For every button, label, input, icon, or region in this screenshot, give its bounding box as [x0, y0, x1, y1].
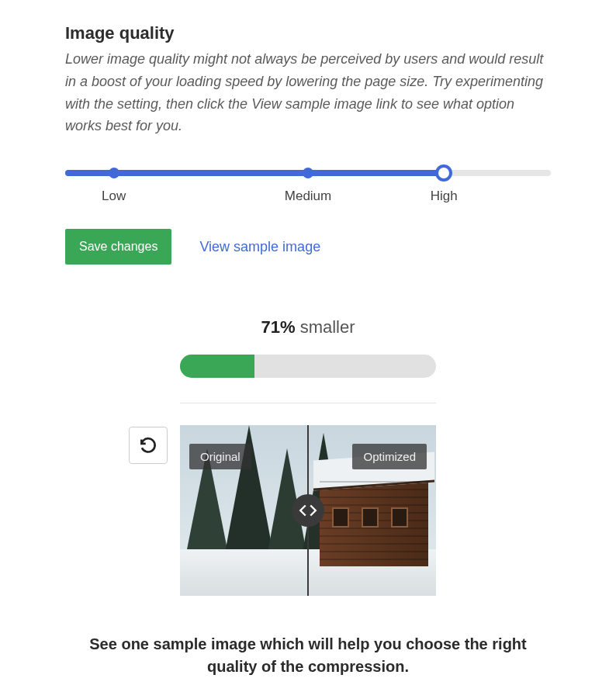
compression-bar-fill	[180, 355, 254, 378]
section-description: Lower image quality might not always be …	[65, 48, 551, 137]
compression-suffix: smaller	[300, 317, 355, 337]
slider-tick-low[interactable]	[109, 168, 119, 178]
view-sample-link[interactable]: View sample image	[199, 239, 320, 255]
drag-horizontal-icon	[298, 502, 318, 519]
slider-fill	[65, 170, 444, 176]
divider	[180, 403, 436, 403]
slider-label-medium: Medium	[285, 189, 331, 204]
compression-bar	[180, 355, 436, 378]
original-tag: Original	[189, 444, 251, 469]
slider-label-low: Low	[102, 189, 126, 204]
sample-helper-text: See one sample image which will help you…	[65, 633, 551, 678]
slider-track[interactable]	[65, 170, 551, 176]
save-button[interactable]: Save changes	[65, 229, 171, 265]
compression-result-text: 71% smaller	[65, 317, 551, 337]
compression-percent: 71%	[261, 317, 295, 337]
slider-tick-medium[interactable]	[303, 168, 313, 178]
compare-drag-handle[interactable]	[292, 494, 324, 527]
optimized-tag: Optimized	[352, 444, 427, 469]
reset-compare-button[interactable]	[129, 427, 168, 464]
slider-label-high: High	[431, 189, 458, 204]
undo-icon	[138, 435, 158, 455]
slider-handle[interactable]	[435, 164, 452, 182]
image-compare[interactable]: Original Optimized	[180, 425, 436, 596]
section-title: Image quality	[65, 23, 551, 43]
quality-slider[interactable]: Low Medium High	[65, 170, 551, 189]
